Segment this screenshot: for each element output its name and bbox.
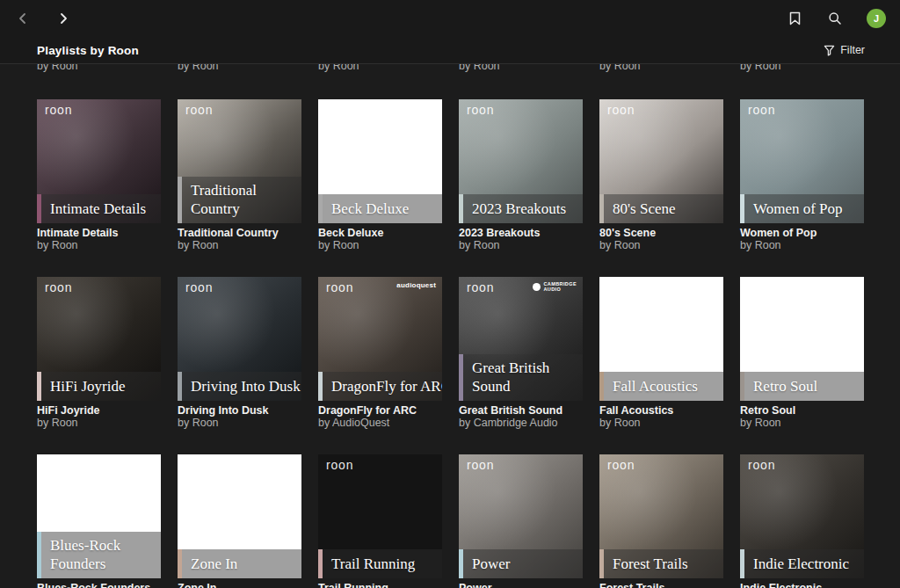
playlist-cover: roon Indie Electronic [740, 454, 864, 578]
playlist-card[interactable]: roon Trail Running Trail Running by Roon [318, 454, 442, 588]
playlist-card[interactable]: roon TraditionalCountry Traditional Coun… [178, 99, 301, 251]
playlist-byline: by Roon [740, 417, 864, 429]
playlist-title: Fall Acoustics [599, 404, 723, 417]
cover-title-line: Founders [50, 555, 154, 573]
filter-button[interactable]: Filter [824, 44, 865, 56]
cover-title-line: Forest Trails [613, 555, 716, 573]
cover-title-line: Trail Running [331, 555, 435, 573]
cover-title-line: HiFi Joyride [50, 377, 154, 396]
avatar[interactable]: J [867, 9, 886, 28]
cover-title-line: Zone In [191, 555, 294, 573]
playlist-card[interactable]: roon Indie Electronic Indie Electronic b… [740, 454, 864, 588]
playlist-cover: Blues-RockFounders [37, 454, 161, 578]
playlist-card[interactable]: roon HiFi Joyride HiFi Joyride by Roon [37, 277, 161, 429]
playlist-cover: roon CAMBRIDGEAUDIO Great BritishSound [459, 277, 583, 401]
cover-title-line: Driving Into Dusk [191, 377, 294, 396]
playlist-cover: Zone In [178, 454, 301, 578]
cover-title-band: 80's Scene [599, 194, 723, 223]
playlist-title: HiFi Joyride [37, 404, 161, 417]
playlist-title: Driving Into Dusk [178, 404, 301, 417]
playlist-byline: by Roon [178, 239, 301, 251]
playlist-byline: by Roon [318, 239, 442, 251]
playlist-meta: Beck Deluxe by Roon [318, 223, 442, 251]
forward-button[interactable] [53, 8, 74, 29]
roon-logo-icon: roon [45, 104, 72, 116]
playlist-cover: Beck Deluxe [318, 99, 442, 223]
roon-logo-icon: roon [185, 281, 213, 294]
playlist-card[interactable]: roon audioquest DragonFly for ARC Dragon… [318, 277, 442, 429]
cover-title-band: 2023 Breakouts [459, 194, 583, 223]
playlist-card[interactable]: Beck Deluxe Beck Deluxe by Roon [318, 99, 442, 251]
roon-logo-icon: roon [467, 281, 494, 294]
playlist-cover: roon Driving Into Dusk [178, 277, 301, 401]
roon-logo-icon: roon [326, 281, 353, 294]
playlist-card[interactable]: roon 80's Scene 80's Scene by Roon [599, 99, 723, 251]
brand-logo: audioquest [396, 282, 436, 289]
playlist-card[interactable]: roon 2023 Breakouts 2023 Breakouts by Ro… [459, 99, 583, 251]
cover-title-band: Fall Acoustics [599, 372, 723, 401]
back-button[interactable] [12, 8, 33, 29]
playlist-card[interactable]: roon Intimate Details Intimate Details b… [37, 99, 161, 251]
playlist-title: DragonFly for ARC [318, 404, 442, 417]
cover-title-band: Beck Deluxe [318, 194, 442, 223]
playlist-meta: Fall Acoustics by Roon [599, 401, 723, 429]
playlist-cover: roon Power [459, 454, 583, 578]
page-title: Playlists by Roon [37, 44, 139, 57]
playlist-card[interactable]: Retro Soul Retro Soul by Roon [740, 277, 864, 429]
playlist-meta: Blues-Rock Founders by Roon [37, 578, 161, 588]
roon-logo-icon: roon [467, 104, 494, 116]
playlist-meta: Women of Pop by Roon [740, 223, 864, 251]
bookmark-button[interactable] [786, 10, 803, 27]
playlist-card[interactable]: roon Driving Into Dusk Driving Into Dusk… [178, 277, 301, 429]
playlist-card[interactable]: Zone In Zone In by Roon [178, 454, 301, 588]
playlist-card[interactable]: roon Power Power by Roon [459, 454, 583, 588]
cover-title-band: Blues-RockFounders [37, 532, 161, 578]
playlist-byline: by Roon [459, 239, 583, 251]
cover-title-band: DragonFly for ARC [318, 372, 442, 401]
cover-title-line: 2023 Breakouts [472, 200, 576, 218]
search-button[interactable] [826, 10, 844, 27]
playlist-card[interactable]: Blues-RockFounders Blues-Rock Founders b… [37, 454, 161, 588]
app-header: J Playlists by Roon Filter [0, 0, 900, 64]
playlist-card[interactable]: roon Forest Trails Forest Trails by Roon [599, 454, 723, 588]
cover-title-band: Forest Trails [599, 549, 723, 578]
playlist-cover: Fall Acoustics [599, 277, 723, 401]
playlist-title: 2023 Breakouts [459, 227, 583, 239]
playlist-byline: by Cambridge Audio [459, 417, 583, 429]
nav-arrows [12, 8, 74, 29]
playlist-meta: Power by Roon [459, 578, 583, 588]
cover-title-band: HiFi Joyride [37, 372, 161, 401]
playlist-byline: by Roon [599, 239, 723, 251]
roon-logo-icon: roon [748, 459, 775, 471]
cover-title-line: Blues-Rock [50, 536, 154, 555]
playlist-card[interactable]: roon Women of Pop Women of Pop by Roon [740, 99, 864, 251]
playlist-card[interactable]: roon CAMBRIDGEAUDIO Great BritishSound G… [459, 277, 583, 429]
playlist-title: Power [459, 582, 583, 588]
cover-title-band: Indie Electronic [740, 549, 864, 578]
playlist-title: Zone In [178, 582, 301, 588]
playlist-meta: Great British Sound by Cambridge Audio [459, 401, 583, 429]
playlist-byline: by Roon [37, 417, 161, 429]
brand-logo-text: CAMBRIDGEAUDIO [543, 282, 577, 292]
roon-logo-icon: roon [607, 459, 635, 471]
cover-title-band: Power [459, 549, 583, 578]
playlist-card[interactable]: Fall Acoustics Fall Acoustics by Roon [599, 277, 723, 429]
playlist-title: Indie Electronic [740, 582, 864, 588]
cover-title-line: Beck Deluxe [331, 200, 435, 218]
search-icon [828, 11, 842, 25]
cover-title-line: 80's Scene [613, 200, 716, 218]
playlist-cover: roon TraditionalCountry [178, 99, 301, 223]
playlist-meta: HiFi Joyride by Roon [37, 401, 161, 429]
playlist-meta: DragonFly for ARC by AudioQuest [318, 401, 442, 429]
playlist-meta: 2023 Breakouts by Roon [459, 223, 583, 251]
cover-title-line: Indie Electronic [753, 555, 857, 573]
cover-title-line: Fall Acoustics [613, 377, 716, 396]
roon-logo-icon: roon [326, 459, 353, 471]
brand-logo: CAMBRIDGEAUDIO [533, 282, 577, 292]
playlist-grid: roon Intimate Details Intimate Details b… [37, 99, 864, 588]
cover-title-band: Intimate Details [37, 194, 161, 223]
playlist-meta: Forest Trails by Roon [599, 578, 723, 588]
playlist-title: Traditional Country [178, 227, 301, 239]
cover-title-line: Country [191, 200, 294, 218]
playlist-cover: Retro Soul [740, 277, 864, 401]
